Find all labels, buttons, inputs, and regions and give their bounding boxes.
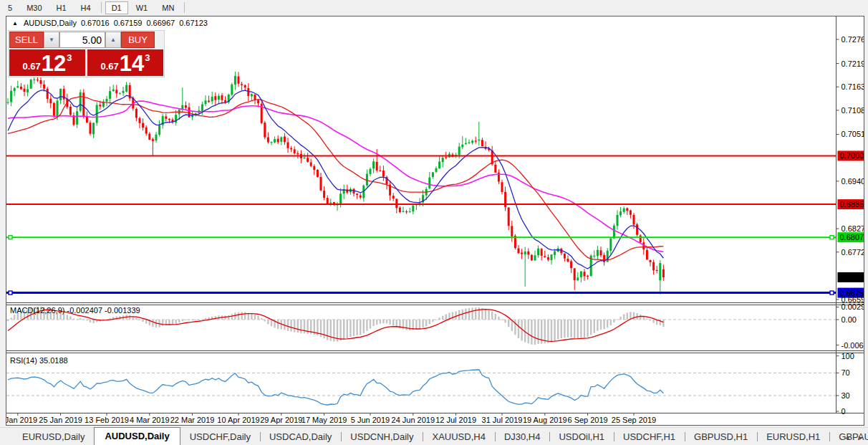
macd-histogram-bar [182,320,183,321]
toolbar-separator [101,2,102,13]
macd-histogram-bar [372,320,374,326]
candle-body [267,138,269,143]
macd-histogram-bar [241,312,242,320]
candle-body [148,134,150,140]
macd-histogram-bar [139,320,140,320]
tabs-scroll-left-button[interactable]: ◄ [844,434,850,441]
candle-body [356,193,358,195]
volume-increase-button[interactable]: ▲ [105,32,121,48]
level-handle [9,236,12,239]
timeframe-button-H4[interactable]: H4 [74,1,97,14]
macd-histogram-bar [79,318,81,320]
price-axis-label: 0.69400 [842,177,864,186]
candle-body [501,182,503,192]
macd-histogram-bar [570,320,572,338]
candle-body [290,148,292,150]
macd-histogram-bar [76,319,77,320]
macd-histogram-bar [504,320,506,322]
candle-body [26,89,29,92]
candle-body [307,158,309,162]
candle-body [218,96,220,100]
chart-tab-EURUSD-Daily[interactable]: EURUSD,Daily [13,429,94,445]
candle-body [435,168,438,172]
macd-histogram-bar [73,318,74,320]
macd-histogram-bar [419,320,420,329]
macd-histogram-bar [623,315,625,320]
candle-body [438,161,440,168]
macd-histogram-bar [254,315,256,320]
macd-histogram-bar [294,320,295,332]
date-label: 7 Jan 2019 [6,416,37,424]
chart-tab-USDCHF-Daily[interactable]: USDCHF,Daily [180,429,260,445]
timeframe-button-M30[interactable]: M30 [20,1,48,14]
candle-body [475,140,477,141]
chart-tab-USDCHF-H1[interactable]: USDCHF,H1 [614,429,685,445]
candle-body [125,85,127,92]
chart-tab-AUDUSD-Daily[interactable]: AUDUSD,Daily [94,427,180,445]
candle-body [405,211,408,212]
candle-body [656,270,658,271]
buy-button[interactable]: BUY [121,32,155,48]
macd-histogram-bar [145,320,147,324]
chart-tab-XAUUSD-H4[interactable]: XAUUSD,H4 [423,429,494,445]
candle-body [296,153,299,154]
candle-body [395,199,397,209]
macd-histogram-bar [518,320,519,338]
candle-body [428,178,430,188]
macd-histogram-bar [323,320,324,338]
candle-body [593,256,595,257]
macd-histogram-bar [425,320,427,326]
candle-body [211,97,213,101]
chart-canvas[interactable]: 0.700010.688520.680700.667550.671230.727… [6,16,864,425]
macd-histogram-bar [432,320,433,322]
candle-body [251,94,253,96]
macd-histogram-bar [257,316,259,320]
price-axis-label: 0.67720 [842,248,864,257]
candle-body [392,196,395,198]
macd-histogram-bar [564,320,565,338]
rsi-label: RSI(14) 35.0188 [10,356,68,365]
chart-tab-EURUSD-H1[interactable]: EURUSD,H1 [757,429,829,445]
candle-body [623,209,625,212]
candle-body [10,91,12,102]
candle-body [402,211,405,212]
macd-histogram-bar [191,320,193,320]
timeframe-button-D1[interactable]: D1 [105,1,128,14]
volume-input[interactable] [59,32,105,48]
macd-histogram-bar [475,307,476,320]
macd-histogram-bar [264,320,266,321]
macd-histogram-bar [640,315,641,320]
candle-body [165,116,167,118]
candle-body [205,100,207,104]
sell-button[interactable]: SELL [9,32,44,48]
chart-tab-DJ30-H4[interactable]: DJ30,H4 [495,429,550,445]
macd-histogram-bar [650,320,651,321]
price-axis-label: 0.71080 [842,106,864,115]
timeframe-button-5[interactable]: 5 [1,1,19,14]
chart-tabs-bar: EURUSD,DailyAUDUSD,DailyUSDCHF,DailyUSDC… [0,427,868,445]
timeframe-button-W1[interactable]: W1 [130,1,155,14]
chart-tab-USDCNH-Daily[interactable]: USDCNH,Daily [341,429,423,445]
chart-tab-USDOil-H1[interactable]: USDOil,H1 [549,429,614,445]
macd-histogram-bar [267,320,269,324]
candle-body [662,269,665,277]
timeframe-button-MN[interactable]: MN [155,1,180,14]
macd-histogram-bar [471,307,473,320]
candle-body [115,90,117,93]
sell-price-display[interactable]: 0.67 12 3 [9,49,85,76]
candle-body [382,171,385,177]
chart-tab-USDCAD-Daily[interactable]: USDCAD,Daily [260,429,341,445]
candle-body [587,276,589,277]
level-handle [830,291,834,295]
chart-tab-GBPUSD-H1[interactable]: GBPUSD,H1 [685,429,757,445]
candle-body [99,105,101,106]
volume-decrease-button[interactable]: ▼ [44,32,59,48]
candle-body [92,123,95,134]
macd-histogram-bar [643,317,645,320]
macd-histogram-bar [495,314,496,320]
tabs-scroll-right-button[interactable]: ► [857,434,864,441]
macd-histogram-bar [382,320,384,323]
buy-price-display[interactable]: 0.67 14 3 [87,49,163,76]
timeframe-button-H1[interactable]: H1 [50,1,73,14]
macd-histogram-bar [300,320,302,333]
